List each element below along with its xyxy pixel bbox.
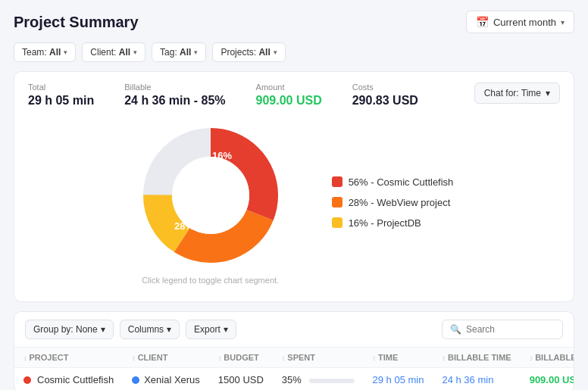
cell-time: 29 h 05 min [364,368,433,391]
donut-chart: 56% 28% 16% [135,120,286,271]
chevron-down-icon: ▾ [546,88,550,98]
chat-button-label: Chat for: Time [484,88,541,98]
export-label: Export [194,324,220,335]
col-budget[interactable]: ↕BUDGET [209,348,273,368]
legend-label-3: 16% - ProjectDB [349,217,421,229]
columns-label: Columns [128,324,164,335]
col-time[interactable]: ↕TIME [364,348,433,368]
data-table: ↕PROJECT ↕CLIENT ↕BUDGET ↕SPENT ↕TIME ↕B… [14,348,574,390]
filter-button-tag[interactable]: Tag: All▾ [152,42,206,62]
legend-item-1[interactable]: 56% - Cosmic Cuttlefish [332,176,454,188]
export-button[interactable]: Export ▾ [186,320,236,339]
date-filter-label: Current month [493,17,556,28]
filter-button-client[interactable]: Client: All▾ [82,42,145,62]
chevron-down-icon: ▾ [194,48,198,56]
date-filter-button[interactable]: 📅 Current month ▾ [466,11,574,33]
chart-hint: Click legend to toggle chart segment. [135,276,286,285]
calendar-icon: 📅 [476,16,489,28]
chevron-down-icon: ▾ [224,324,228,335]
data-table-section: Group by: None ▾ Columns ▾ Export ▾ 🔍 [14,311,574,390]
svg-text:28%: 28% [174,220,194,232]
columns-button[interactable]: Columns ▾ [120,320,180,339]
metric-total: Total 29 h 05 min [28,83,94,108]
client-color-dot [132,376,139,384]
search-wrap[interactable]: 🔍 [442,320,563,339]
table-row: Cosmic Cuttlefish Xenial Xerus 1500 USD … [14,368,574,391]
chart-legend: 56% - Cosmic Cuttlefish 28% - WebView pr… [332,176,454,229]
legend-label-2: 28% - WebView project [349,197,451,208]
table-toolbar: Group by: None ▾ Columns ▾ Export ▾ 🔍 [14,312,574,348]
chevron-down-icon: ▾ [101,324,105,335]
cell-billable-time: 24 h 36 min [433,368,520,391]
progress-bar [309,379,355,383]
search-icon: 🔍 [450,324,461,335]
metric-billable: Billable 24 h 36 min - 85% [124,83,225,108]
chart-area: 56% 28% 16% Click legend to toggle chart… [28,108,560,291]
cell-spent: 35% [273,368,364,391]
chat-for-time-button[interactable]: Chat for: Time ▾ [474,83,560,104]
col-billable-time[interactable]: ↕BILLABLE TIME [433,348,520,368]
col-billable-amount[interactable]: ↕BILLABLE AMOUNT [521,348,574,368]
metric-costs: Costs 290.83 USD [352,83,418,108]
metric-amount: Amount 909.00 USD [256,83,322,108]
group-by-label: Group by: None [33,324,98,335]
col-project[interactable]: ↕PROJECT [14,348,123,368]
page-title: Project Summary [14,14,139,31]
chevron-down-icon: ▾ [64,48,67,56]
cell-billable-amount: 909.00 USD [521,368,574,391]
legend-color-3 [332,217,342,228]
chevron-down-icon: ▾ [274,48,277,56]
summary-card: Total 29 h 05 minBillable 24 h 36 min - … [14,71,574,302]
search-input[interactable] [466,324,557,335]
filter-button-projects[interactable]: Projects: All▾ [212,42,285,62]
project-color-dot [23,376,31,384]
legend-item-3[interactable]: 16% - ProjectDB [332,217,454,229]
legend-color-1 [332,176,342,187]
filter-bar: Team: All▾Client: All▾Tag: All▾Projects:… [14,42,574,62]
legend-item-2[interactable]: 28% - WebView project [332,197,454,208]
cell-client: Xenial Xerus [123,368,209,391]
svg-text:56%: 56% [222,190,242,201]
chevron-down-icon: ▾ [561,18,565,27]
col-spent[interactable]: ↕SPENT [273,348,364,368]
chevron-down-icon: ▾ [133,48,137,56]
summary-metrics: Total 29 h 05 minBillable 24 h 36 min - … [28,83,418,108]
legend-label-1: 56% - Cosmic Cuttlefish [349,176,454,188]
svg-text:16%: 16% [212,150,232,161]
filter-button-team[interactable]: Team: All▾ [14,42,76,62]
cell-budget: 1500 USD [209,368,273,391]
toolbar-left: Group by: None ▾ Columns ▾ Export ▾ [25,320,236,339]
col-client[interactable]: ↕CLIENT [123,348,209,368]
cell-project: Cosmic Cuttlefish [14,368,123,391]
legend-color-2 [332,197,342,207]
group-by-button[interactable]: Group by: None ▾ [25,320,114,339]
page-header: Project Summary 📅 Current month ▾ [14,11,574,33]
chevron-down-icon: ▾ [167,324,171,335]
